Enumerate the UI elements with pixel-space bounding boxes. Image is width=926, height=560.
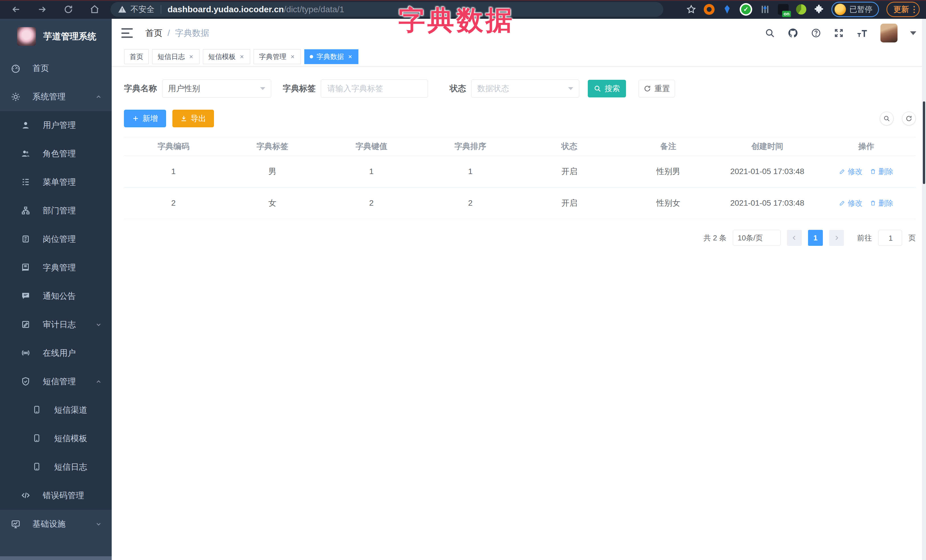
- sidebar-item-audit-log[interactable]: 审计日志: [0, 311, 112, 339]
- caret-down-icon[interactable]: [910, 31, 916, 35]
- bookmark-star-icon[interactable]: [686, 4, 696, 15]
- sidebar-item-users[interactable]: 用户管理: [0, 111, 112, 140]
- top-edge-line: [0, 0, 926, 1]
- sidebar-item-error-code[interactable]: 错误码管理: [0, 482, 112, 510]
- reset-button-label: 重置: [654, 83, 670, 94]
- extension-check-icon[interactable]: ✓: [740, 3, 752, 16]
- close-icon[interactable]: [188, 54, 194, 60]
- security-label: 不安全: [130, 4, 154, 15]
- tag-dict-data[interactable]: 字典数据: [304, 49, 359, 64]
- dict-tag-input[interactable]: [327, 84, 422, 94]
- sidebar-item-roles[interactable]: 角色管理: [0, 140, 112, 168]
- sidebar-item-label: 角色管理: [43, 148, 76, 160]
- fullscreen-icon[interactable]: [834, 28, 844, 38]
- home-icon[interactable]: [89, 4, 100, 15]
- sidebar-item-menus[interactable]: 菜单管理: [0, 168, 112, 196]
- sidebar-item-sms-channel[interactable]: 短信渠道: [0, 396, 112, 424]
- page-scrollbar-thumb[interactable]: [923, 101, 925, 184]
- tag-label: 字典管理: [259, 52, 286, 61]
- update-button[interactable]: 更新: [887, 2, 920, 17]
- sidebar-item-sms-template[interactable]: 短信模板: [0, 424, 112, 453]
- export-button-label: 导出: [191, 113, 206, 124]
- forward-icon[interactable]: [37, 4, 47, 15]
- sidebar-item-online-users[interactable]: 在线用户: [0, 339, 112, 367]
- table-row[interactable]: 2 女 2 2 开启 性别女 2021-01-05 17:03:48 修改 删除: [124, 187, 916, 219]
- tag-sms-template[interactable]: 短信模板: [203, 49, 250, 64]
- dict-name-select[interactable]: 用户性别: [162, 80, 271, 98]
- sidebar-item-dict[interactable]: 字典管理: [0, 254, 112, 282]
- online-users-icon: [21, 349, 31, 358]
- delete-link[interactable]: 删除: [870, 167, 893, 177]
- extension-orange-icon[interactable]: [704, 4, 714, 15]
- next-page-button[interactable]: [829, 230, 844, 246]
- sidebar-item-sms[interactable]: 短信管理: [0, 367, 112, 396]
- edit-link-label: 修改: [848, 198, 862, 208]
- goto-page-input[interactable]: [878, 230, 903, 246]
- search-button[interactable]: 搜索: [588, 80, 626, 97]
- sidebar-item-system[interactable]: 系统管理: [0, 83, 112, 111]
- app-logo-image: [17, 27, 36, 46]
- delete-link-label: 删除: [878, 167, 893, 177]
- refresh-button[interactable]: [902, 112, 916, 125]
- cell-created: 2021-01-05 17:03:48: [718, 199, 817, 208]
- toggle-search-button[interactable]: [880, 112, 894, 125]
- extension-gem-icon[interactable]: [722, 4, 732, 15]
- sidebar-item-notice[interactable]: 通知公告: [0, 282, 112, 311]
- sidebar-item-label: 审计日志: [43, 319, 76, 331]
- search-icon[interactable]: [765, 28, 775, 38]
- phone-icon: [32, 434, 42, 444]
- monitor-icon: [11, 519, 21, 529]
- close-icon[interactable]: [347, 54, 353, 60]
- col-label: 字典标签: [223, 141, 322, 152]
- sidebar-scrollbar-horizontal[interactable]: [0, 556, 112, 560]
- kebab-menu-icon[interactable]: [914, 6, 915, 13]
- reload-icon[interactable]: [63, 4, 74, 15]
- sidebar-item-departments[interactable]: 部门管理: [0, 196, 112, 225]
- col-created: 创建时间: [718, 141, 817, 152]
- extension-on-icon[interactable]: on: [778, 4, 789, 15]
- extension-leaf-icon[interactable]: [796, 4, 806, 15]
- edit-link[interactable]: 修改: [839, 198, 862, 208]
- update-label: 更新: [894, 4, 909, 15]
- help-icon[interactable]: [811, 28, 821, 38]
- sidebar-item-posts[interactable]: 岗位管理: [0, 225, 112, 254]
- dashboard-icon: [11, 63, 21, 73]
- insecure-warning-icon: [118, 5, 127, 14]
- cell-created: 2021-01-05 17:03:48: [718, 167, 817, 176]
- url-bar[interactable]: 不安全 dashboard.yudao.iocoder.cn /dict/typ…: [110, 2, 663, 17]
- prev-page-button[interactable]: [787, 230, 802, 246]
- close-icon[interactable]: [239, 54, 245, 60]
- gear-icon: [11, 92, 21, 102]
- page-scrollbar[interactable]: [922, 19, 926, 560]
- hamburger-icon[interactable]: [121, 28, 133, 38]
- tag-sms-log[interactable]: 短信日志: [152, 49, 200, 64]
- close-icon[interactable]: [290, 54, 295, 60]
- code-icon: [21, 491, 31, 500]
- add-button[interactable]: 新增: [124, 110, 166, 127]
- sidebar-item-home[interactable]: 首页: [0, 54, 112, 83]
- edit-link[interactable]: 修改: [839, 167, 862, 177]
- page-size-select[interactable]: 10条/页: [733, 230, 781, 246]
- extensions-puzzle-icon[interactable]: [814, 4, 824, 15]
- extension-sliders-icon[interactable]: [760, 4, 770, 15]
- delete-link[interactable]: 删除: [870, 198, 893, 208]
- status-select[interactable]: 数据状态: [471, 80, 579, 98]
- tag-dict-manage[interactable]: 字典管理: [254, 49, 301, 64]
- font-size-icon[interactable]: [856, 28, 868, 38]
- user-icon: [21, 121, 31, 130]
- breadcrumb-home[interactable]: 首页: [145, 27, 162, 39]
- reset-button[interactable]: 重置: [639, 80, 675, 97]
- sidebar-item-label: 短信管理: [43, 376, 76, 387]
- profile-paused-badge[interactable]: 已暂停: [831, 2, 879, 17]
- sidebar-item-sms-log[interactable]: 短信日志: [0, 453, 112, 482]
- export-button[interactable]: 导出: [172, 110, 214, 127]
- tag-home[interactable]: 首页: [124, 49, 149, 64]
- github-icon[interactable]: [788, 28, 798, 38]
- table-row[interactable]: 1 男 1 1 开启 性别男 2021-01-05 17:03:48 修改 删除: [124, 156, 916, 187]
- sidebar-item-label: 系统管理: [32, 91, 65, 103]
- back-icon[interactable]: [11, 4, 21, 15]
- sidebar-item-infrastructure[interactable]: 基础设施: [0, 510, 112, 538]
- avatar[interactable]: [881, 24, 897, 42]
- app-logo-row[interactable]: 芋道管理系统: [0, 19, 112, 54]
- page-number-button[interactable]: 1: [808, 230, 823, 246]
